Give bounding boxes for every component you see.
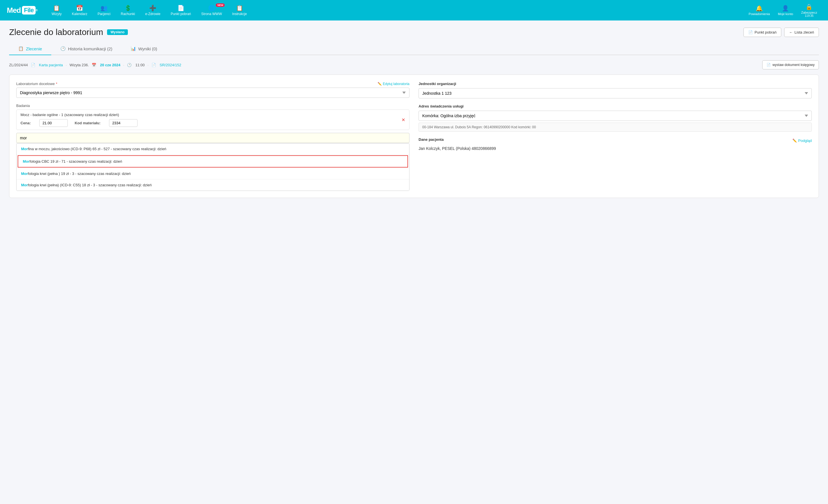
dropdown-item-3-text: Morfologia krwi (pełna) (ICD-9: C55) 18 … (21, 183, 152, 187)
nav-ezdrowie[interactable]: ➕ e-Zdrowie (140, 2, 165, 18)
cena-input[interactable] (39, 119, 68, 127)
podglad-link[interactable]: ✏️ Podgląd (792, 139, 812, 143)
meta-wizyta: Wizyta 236. (70, 63, 89, 67)
dropdown-item-1-text: Morfologia CBC 19 zł - 71 - szacowany cz… (23, 159, 122, 164)
dropdown-item-2-text: Morfologia krwi (pełna ) 19 zł - 3 - sza… (21, 172, 131, 176)
nav-instrukcje[interactable]: 📋 Instrukcje (227, 2, 252, 18)
dropdown-item-1[interactable]: Morfologia CBC 19 zł - 71 - szacowany cz… (18, 155, 408, 168)
nav-rachunki-label: Rachunki (121, 12, 135, 16)
doc-button[interactable]: 📄 wystaw dokument księgowy (762, 60, 819, 70)
strona-www-icon: 🌐 (208, 5, 215, 11)
meta-karta-icon: 📄 (31, 63, 35, 67)
meta-sr[interactable]: SR/2024/152 (160, 63, 181, 67)
patient-row: Jan Kolczyk, PESEL (Polska) 48020866899 (419, 146, 812, 151)
nav-strona-www[interactable]: NEW 🌐 Strona WWW (196, 2, 227, 18)
moje-konto-icon: 👤 (782, 5, 789, 12)
page-title: Zlecenie do laboratorium (9, 27, 103, 37)
punkt-pobran-icon: 📄 (177, 5, 184, 11)
punkt-pobran-button[interactable]: 📄 Punkt pobrań (743, 28, 781, 37)
logo-file: File (22, 6, 36, 14)
tabs: 📋 Zlecenie 🕐 Historia komunikacji (2) 📊 … (9, 43, 819, 55)
meta-date: 20 cze 2024 (100, 63, 120, 67)
logo[interactable]: Med File ® (7, 6, 37, 15)
new-badge: NEW (216, 3, 225, 7)
nav-zabezpiecz-time: 119:35 (805, 14, 814, 17)
lista-zlecen-button[interactable]: ← Lista zleceń (784, 28, 819, 37)
meta-id: ZL/2024/44 (9, 63, 28, 67)
tab-historia[interactable]: 🕐 Historia komunikacji (2) (51, 43, 122, 55)
nav-punkt-pobran-label: Punkt pobrań (171, 12, 191, 16)
nav-pacjenci-label: Pacjenci (98, 12, 111, 16)
header-actions: 📄 Punkt pobrań ← Lista zleceń (743, 28, 819, 37)
kod-input[interactable] (109, 119, 137, 127)
wyniki-tab-icon: 📊 (131, 46, 136, 51)
lab-required: * (56, 82, 57, 86)
wyniki-tab-label: Wyniki (0) (138, 46, 158, 51)
page-header: Zlecenie do laboratorium Wysłano 📄 Punkt… (9, 27, 819, 37)
pacjenci-icon: 👥 (100, 5, 108, 11)
lab-select[interactable]: Diagnostyka pierwsze piętro - 9991 (16, 88, 409, 98)
nav-wizyty[interactable]: 📋 Wizyty (46, 2, 67, 18)
dane-pacjenta-label: Dane pacjenta (419, 137, 444, 142)
meta-bar: ZL/2024/44 📄 Karta pacjenta · Wizyta 236… (9, 60, 819, 70)
dane-pacjenta-group: Dane pacjenta ✏️ Podgląd Jan Kolczyk, PE… (419, 137, 812, 151)
nav-powiadomienia[interactable]: 🔔 Powiadomienia (745, 3, 774, 18)
dropdown-item-0-text: Morfina w moczu, jakościowo (ICD-9: P68)… (21, 147, 166, 151)
punkt-pobran-btn-label: Punkt pobrań (754, 30, 777, 34)
nav-items: 📋 Wizyty 📅 Kalendarz 👥 Pacjenci 💲 Rachun… (46, 2, 745, 18)
logo-med: Med (7, 6, 21, 15)
dropdown-item-0[interactable]: Morfina w moczu, jakościowo (ICD-9: P68)… (16, 143, 409, 155)
dropdown-item-2[interactable]: Morfologia krwi (pełna ) 19 zł - 3 - sza… (16, 168, 409, 179)
cena-label: Cena: (20, 121, 31, 125)
badania-item-0: Mocz - badanie ogólne - 1 (szacowany cza… (16, 109, 409, 130)
tab-zlecenie[interactable]: 📋 Zlecenie (9, 43, 51, 55)
wizyty-icon: 📋 (53, 5, 60, 11)
doc-btn-label: wystaw dokument księgowy (773, 63, 815, 67)
search-row (16, 133, 409, 143)
nav-rachunki[interactable]: 💲 Rachunki (116, 2, 140, 18)
nav-moje-konto[interactable]: 👤 Moje konto (774, 3, 797, 18)
form-right: Jednostki organizacji Jednostka 1 123 Ad… (419, 82, 812, 191)
adres-select[interactable]: Komórka: Ogólna izba przyjęć (419, 111, 812, 121)
kalendarz-icon: 📅 (76, 5, 83, 11)
meta-karta[interactable]: Karta pacjenta (39, 63, 63, 67)
edit-lab-link[interactable]: ✏️ Edytuj laboratoria (378, 82, 409, 86)
form-card: Laboratorium docelowe * ✏️ Edytuj labora… (9, 75, 819, 198)
adres-label: Adres świadczenia usługi (419, 104, 812, 108)
address-details: 00-184 Warszawa ul. Dubois 5A Regon: 061… (419, 123, 812, 132)
remove-badania-button[interactable]: ✕ (402, 117, 405, 123)
form-grid: Laboratorium docelowe * ✏️ Edytuj labora… (16, 82, 812, 191)
kod-label: Kod materiału: (75, 121, 100, 125)
ezdrowie-icon: ➕ (149, 5, 156, 11)
nav-ezdrowie-label: e-Zdrowie (145, 12, 160, 16)
nav-strona-www-label: Strona WWW (201, 12, 222, 16)
logo-reg: ® (36, 9, 37, 12)
nav-wizyty-label: Wizyty (51, 12, 61, 16)
badania-fields: Cena: Kod materiału: (20, 119, 402, 127)
lab-label: Laboratorium docelowe (16, 82, 55, 86)
instrukcje-icon: 📋 (236, 5, 243, 11)
nav-right: 🔔 Powiadomienia 👤 Moje konto 🔒 Zabezpiec… (745, 1, 821, 19)
topnav: Med File ® 📋 Wizyty 📅 Kalendarz 👥 Pacjen… (0, 0, 828, 20)
zlecenie-tab-label: Zlecenie (26, 46, 42, 51)
patient-name: Jan Kolczyk, PESEL (Polska) 48020866899 (419, 146, 496, 151)
zabezpiecz-icon: 🔒 (805, 3, 813, 10)
tab-wyniki[interactable]: 📊 Wyniki (0) (122, 43, 167, 55)
jednostki-select[interactable]: Jednostka 1 123 (419, 88, 812, 98)
rachunki-icon: 💲 (124, 5, 131, 11)
status-badge: Wysłano (107, 29, 128, 35)
nav-kalendarz[interactable]: 📅 Kalendarz (67, 2, 92, 18)
nav-punkt-pobran[interactable]: 📄 Punkt pobrań (165, 2, 196, 18)
historia-tab-icon: 🕐 (60, 46, 66, 51)
dropdown-results: Morfina w moczu, jakościowo (ICD-9: P68)… (16, 143, 409, 191)
nav-zabezpiecz[interactable]: 🔒 Zabezpiecz 119:35 (797, 1, 821, 19)
search-input[interactable] (16, 133, 409, 143)
historia-tab-label: Historia komunikacji (2) (68, 46, 113, 51)
nav-moje-konto-label: Moje konto (778, 12, 793, 16)
badania-section: Badania Mocz - badanie ogólne - 1 (szaco… (16, 103, 409, 191)
lista-zlecen-btn-icon: ← (789, 30, 793, 34)
nav-kalendarz-label: Kalendarz (72, 12, 87, 16)
nav-pacjenci[interactable]: 👥 Pacjenci (92, 2, 116, 18)
meta-sr-icon: 📄 (152, 63, 156, 67)
dropdown-item-3[interactable]: Morfologia krwi (pełna) (ICD-9: C55) 18 … (16, 179, 409, 191)
